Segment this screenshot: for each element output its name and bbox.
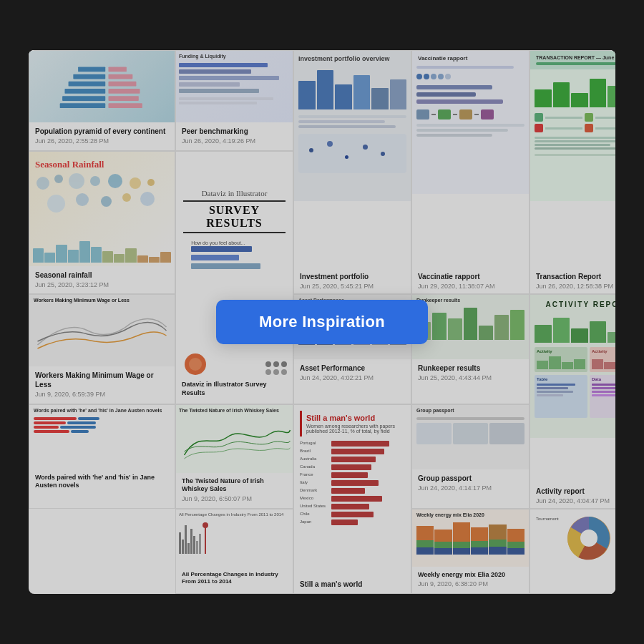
- card-title: Group passport: [418, 474, 523, 483]
- card-title: Still a man's world: [300, 580, 405, 589]
- workers-chart: [29, 306, 175, 356]
- svg-point-13: [580, 530, 597, 547]
- population-pyramid-viz: [52, 61, 152, 112]
- card-date: Jun 9, 2020, 6:38:20 PM: [418, 580, 523, 587]
- svg-rect-10: [108, 96, 138, 101]
- card-date: Jun 25, 2020, 3:23:12 PM: [35, 281, 169, 288]
- card-weekly-energy[interactable]: Weekly energy mix Elia 2020: [411, 509, 530, 594]
- svg-rect-5: [59, 103, 105, 108]
- card-population-pyramid[interactable]: Population pyramid of every continent Ju…: [29, 50, 175, 151]
- card-title: Vaccinatie rapport: [418, 272, 523, 281]
- svg-rect-0: [78, 67, 105, 72]
- card-title: Activity report: [536, 487, 615, 496]
- card-date: Jun 26, 2020, 12:58:38 PM: [536, 283, 615, 290]
- card-date: Jun 25, 2020, 4:43:44 PM: [418, 374, 523, 381]
- card-date: Jun 24, 2020, 4:02:21 PM: [300, 374, 405, 381]
- card-title: Weekly energy mix Elia 2020: [418, 571, 523, 580]
- card-title: Seasonal rainfall: [35, 270, 169, 280]
- card-group-passport[interactable]: Group passport Group passport Jun 24, 20…: [411, 404, 530, 509]
- card-title: Asset Performance: [300, 364, 405, 373]
- svg-rect-9: [108, 89, 140, 94]
- card-workers-min-wage[interactable]: Workers Making Minimum Wage or Less Work…: [29, 294, 175, 404]
- card-all-pct[interactable]: All Percentage Changes in Industry From …: [175, 509, 293, 594]
- card-title: Transaction Report: [536, 272, 615, 281]
- svg-rect-1: [73, 74, 105, 79]
- card-title: The Twisted Nature of Irish Whiskey Sale…: [182, 477, 287, 494]
- svg-rect-6: [108, 67, 126, 72]
- card-title: Peer benchmarking: [182, 127, 287, 136]
- svg-rect-11: [108, 103, 142, 108]
- card-runkeeper[interactable]: Runkeeper results Runkeeper results Jun …: [411, 294, 530, 404]
- card-date: Jun 29, 2020, 11:38:07 AM: [418, 283, 523, 290]
- card-words-austen[interactable]: Words paired with 'he' and 'his' in Jane…: [29, 404, 175, 509]
- card-pie-chart[interactable]: Tournament: [530, 509, 615, 594]
- activity-report-title: ACTIVITY REPORT: [530, 295, 615, 311]
- card-date: Jun 9, 2020, 6:50:07 PM: [182, 495, 287, 502]
- card-title: Words paired with 'he' and 'his' in Jane…: [35, 474, 169, 490]
- card-investment-portfolio[interactable]: Investment portfolio overview: [293, 50, 411, 294]
- more-inspiration-button[interactable]: More Inspiration: [216, 300, 428, 344]
- svg-rect-3: [64, 89, 105, 94]
- card-date: Jun 24, 2020, 4:04:47 PM: [536, 497, 615, 504]
- card-transaction-report[interactable]: TRANSACTION REPORT — June 2020: [530, 50, 615, 294]
- card-title: All Percentage Changes in Industry From …: [182, 571, 287, 586]
- svg-rect-7: [108, 74, 132, 79]
- card-title: Population pyramid of every continent: [35, 127, 169, 136]
- card-seasonal-rainfall[interactable]: Seasonal Rainfall: [29, 151, 175, 295]
- svg-rect-8: [108, 82, 136, 87]
- svg-rect-2: [68, 82, 105, 87]
- card-dataviz-illustrator[interactable]: Dataviz in Illustrator SURVEY RESULTS Ho…: [175, 151, 293, 404]
- main-container: Population pyramid of every continent Ju…: [29, 50, 615, 594]
- card-title: Dataviz in Illustrator Survey Results: [182, 381, 287, 397]
- card-title: Runkeeper results: [418, 364, 523, 373]
- pie-chart-viz: [564, 513, 614, 563]
- card-still-mans-world[interactable]: Still a man's world Women among research…: [293, 404, 411, 594]
- card-date: Jun 24, 2020, 4:14:17 PM: [418, 484, 523, 492]
- card-activity-report[interactable]: ACTIVITY REPORT Activity: [530, 294, 615, 509]
- card-title: Investment portfolio: [300, 272, 405, 281]
- card-peer-benchmarking[interactable]: Funding & Liquidity Peer benchmarking Ju…: [175, 50, 293, 151]
- seasonal-rainfall-title: Seasonal Rainfall: [35, 159, 104, 170]
- card-date: Jun 26, 2020, 2:55:28 PM: [35, 137, 169, 145]
- card-date: Jun 26, 2020, 4:19:26 PM: [182, 137, 287, 145]
- card-date: Jun 9, 2020, 6:59:39 PM: [35, 391, 169, 398]
- card-twisted-whiskey[interactable]: The Twisted Nature of Irish Whiskey Sale…: [175, 404, 293, 509]
- card-title: Workers Making Minimum Wage or Less: [35, 371, 169, 389]
- card-vaccinatie[interactable]: Vaccinatie rapport: [411, 50, 530, 294]
- whiskey-chart: [176, 416, 293, 462]
- card-date: Jun 25, 2020, 5:45:21 PM: [300, 283, 405, 290]
- svg-rect-4: [62, 96, 105, 101]
